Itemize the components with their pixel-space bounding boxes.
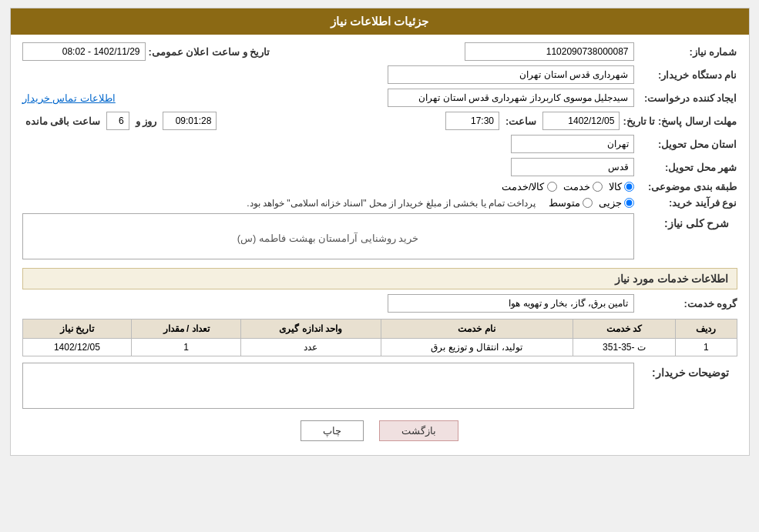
cell-date: 1402/12/05 — [22, 339, 132, 356]
announce-label: تاریخ و ساعت اعلان عمومی: — [149, 46, 270, 58]
requester-row: ایجاد کننده درخواست: اطلاعات تماس خریدار — [22, 89, 737, 107]
category-label-khedmat: خدمت — [563, 181, 590, 192]
province-label: استان محل تحویل: — [637, 139, 737, 150]
back-button[interactable]: بازگشت — [379, 420, 458, 441]
purchase-radio-motavasset[interactable] — [583, 198, 593, 208]
city-input[interactable] — [511, 158, 634, 176]
description-textarea[interactable] — [22, 213, 634, 259]
category-radio-group: کالا خدمت کالا/خدمت — [502, 181, 634, 192]
remaining-suffix: ساعت باقی مانده — [25, 115, 100, 127]
category-label-kala: کالا — [609, 181, 622, 192]
description-area: خرید روشنایی آرامستان بهشت فاطمه (س) — [22, 213, 634, 262]
city-row: شهر محل تحویل: — [22, 158, 737, 176]
col-service-code: کد خدمت — [573, 320, 676, 339]
purchase-type-radio-group: جزیی متوسط — [549, 197, 634, 209]
remaining-time-input[interactable] — [163, 112, 217, 130]
need-number-label: شماره نیاز: — [637, 46, 737, 58]
deadline-time-label: ساعت: — [505, 115, 536, 127]
service-group-row: گروه خدمت: — [22, 294, 737, 313]
requester-input[interactable] — [388, 89, 634, 107]
deadline-date-input[interactable] — [542, 112, 620, 130]
buyer-desc-label: توضیحات خریدار: — [637, 363, 737, 383]
services-header: اطلاعات خدمات مورد نیاز — [22, 268, 737, 289]
need-number-input[interactable] — [465, 42, 634, 61]
service-group-input[interactable] — [388, 294, 634, 313]
category-option-kala-khedmat: کالا/خدمت — [502, 181, 557, 192]
need-number-row: شماره نیاز: تاریخ و ساعت اعلان عمومی: — [22, 42, 737, 61]
category-row: طبقه بندی موضوعی: کالا خدمت کالا/خدمت — [22, 181, 737, 192]
remaining-days-label: روز و — [136, 115, 157, 127]
buyer-org-label: نام دستگاه خریدار: — [637, 69, 737, 81]
services-table-section: ردیف کد خدمت نام خدمت واحد اندازه گیری ت… — [22, 319, 737, 356]
announce-input[interactable] — [22, 42, 146, 61]
col-quantity: تعداد / مقدار — [132, 320, 241, 339]
cell-service_name: تولید، انتقال و توزیع برق — [381, 339, 573, 356]
cell-quantity: 1 — [132, 339, 241, 356]
buyer-org-row: نام دستگاه خریدار: — [22, 65, 737, 84]
col-rownum: ردیف — [676, 320, 737, 339]
category-radio-khedmat[interactable] — [593, 182, 603, 192]
category-label-kala-khedmat: کالا/خدمت — [502, 181, 545, 192]
requester-label: ایجاد کننده درخواست: — [637, 92, 737, 104]
contact-link[interactable]: اطلاعات تماس خریدار — [22, 92, 116, 104]
province-row: استان محل تحویل: — [22, 135, 737, 153]
service-group-label: گروه خدمت: — [637, 298, 737, 309]
buttons-row: بازگشت چاپ — [22, 420, 737, 441]
table-header-row: ردیف کد خدمت نام خدمت واحد اندازه گیری ت… — [22, 320, 737, 339]
purchase-label-motavasset: متوسط — [549, 197, 580, 209]
deadline-label: مهلت ارسال پاسخ: تا تاریخ: — [623, 115, 737, 127]
purchase-type-label: نوع فرآیند خرید: — [637, 197, 737, 209]
cell-unit: عدد — [241, 339, 381, 356]
buyer-desc-area — [22, 363, 634, 411]
page-header: جزئیات اطلاعات نیاز — [11, 8, 749, 35]
purchase-option-motavasset: متوسط — [549, 197, 593, 209]
buyer-org-input[interactable] — [388, 65, 634, 84]
page-title: جزئیات اطلاعات نیاز — [331, 15, 428, 28]
category-radio-kala-khedmat[interactable] — [547, 182, 557, 192]
purchase-option-jozi: جزیی — [599, 197, 634, 209]
category-label: طبقه بندی موضوعی: — [637, 181, 737, 192]
cell-service_code: ت -35-351 — [573, 339, 676, 356]
description-label: شرح کلی نیاز: — [637, 213, 737, 233]
category-radio-kala[interactable] — [624, 182, 634, 192]
col-service-name: نام خدمت — [381, 320, 573, 339]
category-option-kala: کالا — [609, 181, 634, 192]
print-button[interactable]: چاپ — [301, 420, 364, 441]
province-input[interactable] — [511, 135, 634, 153]
description-row: شرح کلی نیاز: خرید روشنایی آرامستان بهشت… — [22, 213, 737, 262]
remaining-days-input[interactable] — [106, 112, 129, 130]
page-container: جزئیات اطلاعات نیاز شماره نیاز: تاریخ و … — [10, 8, 750, 456]
purchase-label-jozi: جزیی — [599, 197, 622, 209]
table-row: 1ت -35-351تولید، انتقال و توزیع برقعدد11… — [22, 339, 737, 356]
purchase-note: پرداخت تمام یا بخشی از مبلغ خریدار از مح… — [247, 198, 536, 209]
buyer-desc-textarea[interactable] — [22, 363, 634, 409]
purchase-radio-jozi[interactable] — [624, 198, 634, 208]
deadline-row: مهلت ارسال پاسخ: تا تاریخ: ساعت: روز و س… — [22, 112, 737, 130]
deadline-time-input[interactable] — [445, 112, 499, 130]
col-unit: واحد اندازه گیری — [241, 320, 381, 339]
cell-row_num: 1 — [676, 339, 737, 356]
content-area: شماره نیاز: تاریخ و ساعت اعلان عمومی: نا… — [11, 35, 749, 455]
city-label: شهر محل تحویل: — [637, 162, 737, 173]
buyer-desc-row: توضیحات خریدار: — [22, 363, 737, 411]
col-date: تاریخ نیاز — [22, 320, 132, 339]
category-option-khedmat: خدمت — [563, 181, 603, 192]
services-table: ردیف کد خدمت نام خدمت واحد اندازه گیری ت… — [22, 319, 737, 356]
purchase-type-row: نوع فرآیند خرید: جزیی متوسط پرداخت تمام … — [22, 197, 737, 209]
